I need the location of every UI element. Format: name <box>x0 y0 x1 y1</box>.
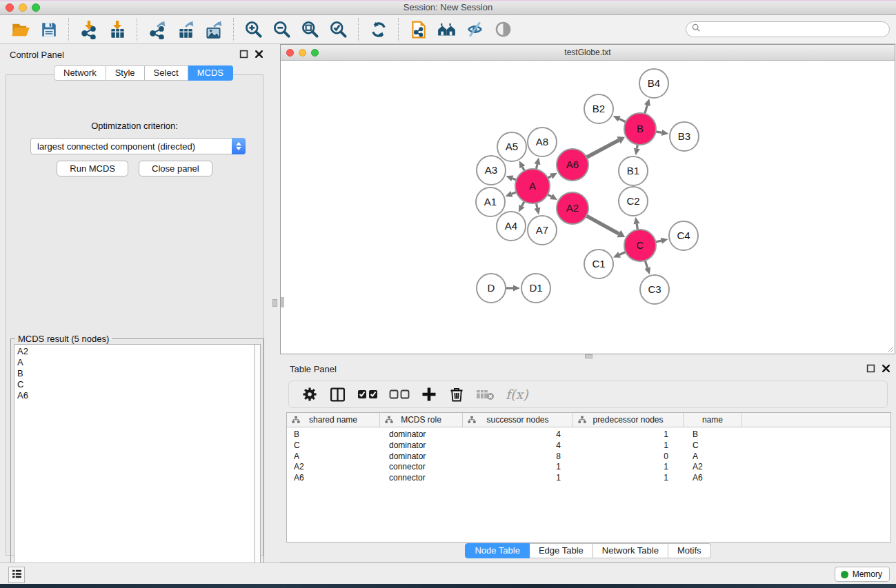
column-header-predecessor-nodes[interactable]: predecessor nodes <box>573 413 684 427</box>
graph-node-A8[interactable]: A8 <box>528 128 557 156</box>
graph-node-B4[interactable]: B4 <box>639 69 668 98</box>
float-table-panel-icon[interactable] <box>866 364 875 373</box>
cell-name[interactable]: A6 <box>684 473 742 484</box>
hide-details-icon[interactable] <box>464 18 486 41</box>
cell-predecessor-nodes[interactable]: 0 <box>573 452 684 463</box>
graph-edge-A-A3[interactable] <box>506 176 516 182</box>
graph-node-A1[interactable]: A1 <box>476 187 505 216</box>
graph-edge-D-D1[interactable] <box>506 285 520 291</box>
graph-node-A6[interactable]: A6 <box>557 149 588 181</box>
cell-MCDS-role[interactable]: connector <box>380 473 463 484</box>
cell-name[interactable]: C <box>684 440 742 452</box>
table-tab-motifs[interactable]: Motifs <box>668 543 711 558</box>
graph-node-A7[interactable]: A7 <box>528 216 557 245</box>
table-tab-node-table[interactable]: Node Table <box>465 543 530 558</box>
split-panel-icon[interactable] <box>329 386 346 403</box>
cell-predecessor-nodes[interactable]: 1 <box>573 429 684 440</box>
graph-edge-A-A4[interactable] <box>519 201 525 212</box>
criterion-select[interactable]: largest connected component (directed) <box>30 138 246 154</box>
cell-successor-nodes[interactable]: 4 <box>463 429 573 440</box>
clear-all-checks-icon[interactable] <box>389 388 410 401</box>
graph-edge-B-B2[interactable] <box>613 116 626 122</box>
close-panel-button[interactable]: Close panel <box>139 161 212 176</box>
graph-edge-C-C1[interactable] <box>613 252 626 257</box>
cell-successor-nodes[interactable]: 1 <box>463 473 573 484</box>
graph-edge-C-C3[interactable] <box>644 261 650 274</box>
zoom-selected-icon[interactable] <box>327 18 350 41</box>
function-builder-icon[interactable]: f(x) <box>506 387 528 402</box>
graph-node-C[interactable]: C <box>624 230 656 261</box>
first-neighbors-icon[interactable] <box>435 18 458 41</box>
column-header-shared-name[interactable]: shared name <box>287 413 380 427</box>
export-table-icon[interactable] <box>174 18 197 41</box>
graph-edge-A-A6[interactable] <box>548 173 557 179</box>
zoom-fit-icon[interactable] <box>299 18 321 41</box>
network-vertical-scroll-thumb[interactable] <box>281 297 284 307</box>
table-row[interactable]: Bdominator41B <box>287 429 890 440</box>
table-tab-network-table[interactable]: Network Table <box>593 543 668 558</box>
cell-shared-name[interactable]: A <box>287 452 380 463</box>
graph-node-A5[interactable]: A5 <box>497 132 526 161</box>
table-tab-edge-table[interactable]: Edge Table <box>530 543 593 558</box>
zoom-in-icon[interactable] <box>242 18 265 41</box>
open-file-icon[interactable] <box>9 18 32 41</box>
vertical-split-handle[interactable] <box>272 299 277 307</box>
graph-edge-A-A5[interactable] <box>519 161 526 171</box>
add-column-icon[interactable] <box>421 386 437 403</box>
graph-node-C1[interactable]: C1 <box>584 250 613 278</box>
cell-predecessor-nodes[interactable]: 1 <box>573 462 684 473</box>
cell-MCDS-role[interactable]: dominator <box>380 452 463 463</box>
network-canvas[interactable]: B4B2BB3A8A5A6A3B1AC2A1A2A4A7C4CC1C3DD1 <box>281 61 895 354</box>
search-input[interactable] <box>701 25 889 34</box>
task-history-button[interactable] <box>8 567 25 583</box>
import-network-icon[interactable] <box>77 18 100 41</box>
cell-name[interactable]: A2 <box>684 462 742 473</box>
graph-node-D1[interactable]: D1 <box>521 274 550 303</box>
tab-mcds[interactable]: MCDS <box>188 65 233 81</box>
graph-node-A4[interactable]: A4 <box>497 212 526 241</box>
float-panel-icon[interactable] <box>239 50 248 59</box>
graph-edge-A-A1[interactable] <box>506 191 517 197</box>
graph-edge-C-C2[interactable] <box>634 217 640 230</box>
cell-MCDS-role[interactable]: dominator <box>380 429 463 440</box>
cell-shared-name[interactable]: B <box>287 429 380 440</box>
graph-node-C4[interactable]: C4 <box>669 221 698 250</box>
graph-edge-B-B1[interactable] <box>634 145 640 156</box>
graph-node-B1[interactable]: B1 <box>619 156 648 185</box>
graph-edge-B-B3[interactable] <box>656 130 669 136</box>
graph-edge-A-A2[interactable] <box>548 194 557 200</box>
mcds-result-list[interactable]: A2ABCA6 <box>14 344 254 575</box>
graph-node-D[interactable]: D <box>477 274 506 303</box>
table-row[interactable]: A2connector11A2 <box>287 462 890 473</box>
graph-edge-C-C4[interactable] <box>655 238 668 244</box>
import-table-icon[interactable] <box>106 18 128 41</box>
column-header-MCDS-role[interactable]: MCDS role <box>380 413 463 427</box>
graph-node-C2[interactable]: C2 <box>619 187 648 216</box>
run-mcds-button[interactable]: Run MCDS <box>57 161 128 176</box>
cell-successor-nodes[interactable]: 1 <box>463 462 573 473</box>
cell-predecessor-nodes[interactable]: 1 <box>573 440 684 452</box>
export-network-icon[interactable] <box>146 18 168 41</box>
cell-shared-name[interactable]: A2 <box>287 462 380 473</box>
graph-node-B[interactable]: B <box>624 113 656 145</box>
refresh-network-icon[interactable] <box>367 18 390 41</box>
close-panel-icon[interactable] <box>255 50 263 59</box>
graph-edge-A-A7[interactable] <box>534 203 540 214</box>
graph-node-B2[interactable]: B2 <box>584 94 613 123</box>
node-table[interactable]: shared nameMCDS rolesuccessor nodesprede… <box>286 412 891 543</box>
cell-predecessor-nodes[interactable]: 1 <box>573 473 684 484</box>
graph-node-B3[interactable]: B3 <box>670 122 699 151</box>
cell-successor-nodes[interactable]: 8 <box>463 452 573 463</box>
cell-MCDS-role[interactable]: connector <box>380 462 463 473</box>
tab-network[interactable]: Network <box>54 65 106 81</box>
cell-successor-nodes[interactable]: 4 <box>463 440 573 452</box>
cell-MCDS-role[interactable]: dominator <box>380 440 463 452</box>
result-item[interactable]: A <box>17 357 254 368</box>
column-header-successor-nodes[interactable]: successor nodes <box>463 413 573 427</box>
cell-shared-name[interactable]: A6 <box>287 473 380 484</box>
graph-edge-A-A8[interactable] <box>534 157 540 169</box>
delete-column-icon[interactable] <box>448 386 465 403</box>
graph-node-C3[interactable]: C3 <box>640 275 669 304</box>
search-field[interactable] <box>686 21 890 37</box>
cell-name[interactable]: A <box>684 452 742 463</box>
